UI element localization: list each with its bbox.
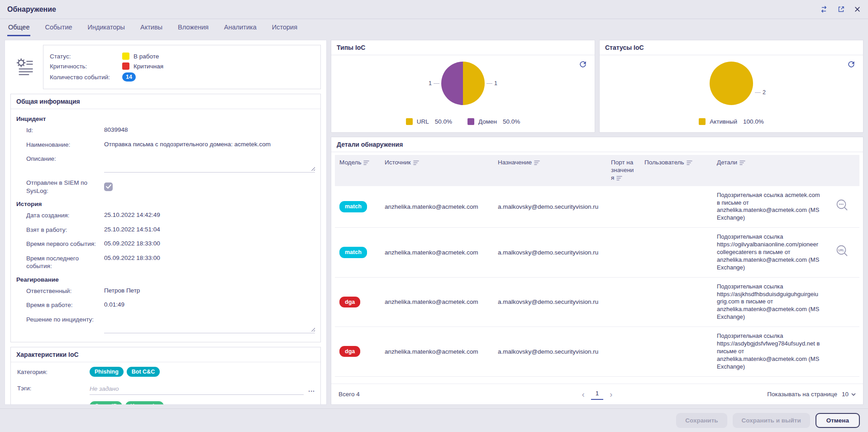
refresh-icon[interactable] xyxy=(847,60,856,70)
tab-attachments[interactable]: Вложения xyxy=(177,20,210,36)
events-count-badge[interactable]: 14 xyxy=(122,72,136,82)
group-history: История xyxy=(16,201,315,207)
page-size-select[interactable]: 10 xyxy=(842,391,856,398)
tab-assets[interactable]: Активы xyxy=(139,20,163,36)
category-badge: Bot C&C xyxy=(127,367,160,377)
details-cell: Подозрительная ссылка https://asjkhsdfhb… xyxy=(712,277,825,326)
description-textarea[interactable] xyxy=(104,154,315,173)
last-event-value: 05.09.2022 18:33:00 xyxy=(104,254,315,262)
column-header-actions xyxy=(825,155,859,186)
save-button[interactable]: Сохранить xyxy=(676,413,727,428)
criticality-color-swatch xyxy=(122,62,129,70)
chevron-down-icon xyxy=(851,393,856,396)
open-in-new-icon[interactable] xyxy=(837,5,845,13)
resize-handle-icon[interactable] xyxy=(310,326,315,331)
pagination: ‹ 1 › xyxy=(511,389,683,400)
tags-input[interactable]: Не задано xyxy=(90,383,304,395)
destination-cell: a.malkovsky@demo.securityvision.ru xyxy=(493,277,606,326)
model-badge: dga xyxy=(339,346,360,357)
tabbar: Общее Событие Индикаторы Активы Вложения… xyxy=(0,19,868,36)
status-color-swatch xyxy=(122,53,129,60)
summary-row: Статус: В работе Критичность: Критичная xyxy=(10,45,321,89)
status-value: В работе xyxy=(134,53,159,60)
content-area: Статус: В работе Критичность: Критичная xyxy=(0,36,868,405)
detection-details-table: Модель Источник Назначение Порт назначен… xyxy=(335,155,859,377)
close-icon[interactable] xyxy=(854,6,861,13)
table-row[interactable]: dga anzhelika.matenko@acmetek.com a.malk… xyxy=(335,327,859,376)
legend-item: Активный 100.0% xyxy=(699,118,763,125)
svg-text:URL: URL xyxy=(838,249,844,252)
events-count-line: Количество событий: 14 xyxy=(50,72,314,82)
prev-page-button[interactable]: ‹ xyxy=(578,390,588,398)
ioc-statuses-chart-card: Статусы IoC 2 Активный xyxy=(599,40,863,133)
port-cell xyxy=(606,186,640,228)
tab-analytics[interactable]: Аналитика xyxy=(223,20,258,36)
resolution-textarea[interactable] xyxy=(104,315,315,333)
category-badge: Phishing xyxy=(90,367,124,377)
window-title: Обнаружение xyxy=(7,5,56,14)
column-header-destination[interactable]: Назначение xyxy=(493,155,606,186)
status-line: Статус: В работе xyxy=(50,53,314,60)
resize-handle-icon[interactable] xyxy=(310,166,315,171)
work-time-label: Время в работе: xyxy=(26,301,104,309)
legend-item: URL 50.0% xyxy=(406,118,452,125)
general-info-section: Общая информация Инцидент Id: 8039948 На… xyxy=(10,94,321,342)
source-cell: anzhelika.matenko@acmetek.com xyxy=(380,277,493,326)
user-cell xyxy=(640,277,712,326)
user-cell xyxy=(640,327,712,376)
port-cell xyxy=(606,228,640,277)
swap-window-icon[interactable] xyxy=(820,5,828,14)
ioc-characteristics-title: Характеристики IoC xyxy=(11,347,320,362)
detection-window: Обнаружение Общее Событие Индикаторы Акт… xyxy=(0,0,868,432)
incident-panel: Статус: В работе Критичность: Критичная xyxy=(5,40,327,405)
siem-syslog-checkbox[interactable] xyxy=(104,182,113,191)
incident-type-icon xyxy=(10,56,39,78)
page-number[interactable]: 1 xyxy=(591,389,604,400)
preview-link-icon[interactable] xyxy=(835,198,850,216)
tab-event[interactable]: Событие xyxy=(44,20,73,36)
legend-label: Домен xyxy=(478,118,497,125)
created-label: Дата создания: xyxy=(26,211,104,220)
first-event-label: Время первого события: xyxy=(26,240,104,248)
tab-indicators[interactable]: Индикаторы xyxy=(87,20,126,36)
ioc-types-chart-title: Типы IoC xyxy=(331,40,595,55)
responsible-label: Ответственный: xyxy=(26,287,104,295)
category-label: Категория: xyxy=(17,367,90,375)
legend-swatch xyxy=(699,118,706,125)
column-header-model[interactable]: Модель xyxy=(335,155,380,186)
group-incident: Инцидент xyxy=(16,115,315,122)
refresh-icon[interactable] xyxy=(578,60,587,70)
model-badge: dga xyxy=(339,297,360,307)
table-footer: Всего 4 ‹ 1 › Показывать на странице 10 xyxy=(331,384,863,404)
destination-cell: a.malkovsky@demo.securityvision.ru xyxy=(493,327,606,376)
ioc-statuses-pie: 2 xyxy=(710,62,753,105)
legend-swatch xyxy=(406,118,413,125)
provider-badge: Kaspersky xyxy=(125,401,164,405)
column-header-user[interactable]: Пользователь xyxy=(640,155,712,186)
save-and-exit-button[interactable]: Сохранить и выйти xyxy=(733,413,810,428)
summary-box: Статус: В работе Критичность: Критичная xyxy=(43,45,321,89)
source-cell: anzhelika.matenko@acmetek.com xyxy=(380,228,493,277)
table-row[interactable]: match anzhelika.matenko@acmetek.com a.ma… xyxy=(335,186,859,228)
ioc-statuses-legend: Активный 100.0% xyxy=(699,118,763,132)
column-header-dest-port[interactable]: Порт назначения xyxy=(606,155,640,186)
legend-swatch xyxy=(467,118,474,125)
legend-percent: 50.0% xyxy=(435,118,452,125)
next-page-button[interactable]: › xyxy=(606,390,616,398)
events-count-label: Количество событий: xyxy=(50,74,122,81)
source-cell: anzhelika.matenko@acmetek.com xyxy=(380,327,493,376)
column-header-details[interactable]: Детали xyxy=(712,155,825,186)
url-preview-icon[interactable]: URL xyxy=(835,244,850,261)
tab-history[interactable]: История xyxy=(271,20,298,36)
tab-general[interactable]: Общее xyxy=(7,20,30,36)
table-row[interactable]: dga anzhelika.matenko@acmetek.com a.malk… xyxy=(335,277,859,326)
destination-cell: a.malkovsky@demo.securityvision.ru xyxy=(493,228,606,277)
tags-more-button[interactable]: ... xyxy=(308,383,315,393)
cancel-button[interactable]: Отмена xyxy=(816,413,860,428)
table-row[interactable]: match anzhelika.matenko@acmetek.com a.ma… xyxy=(335,228,859,277)
pie-callout-value: 1 xyxy=(494,80,497,86)
provider-label: Поставщик IOC: xyxy=(17,401,90,405)
column-header-source[interactable]: Источник xyxy=(380,155,493,186)
window-controls xyxy=(820,5,861,14)
id-label: Id: xyxy=(26,126,104,134)
